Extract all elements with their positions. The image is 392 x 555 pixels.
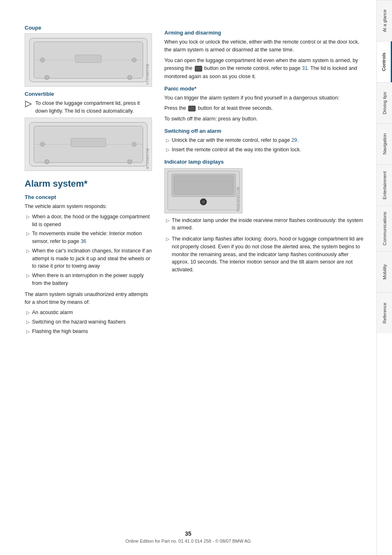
bullet-icon: ▷ (166, 217, 169, 224)
svg-point-23 (202, 200, 205, 204)
svg-point-5 (132, 58, 136, 62)
arming-section: Arming and disarming When you lock or un… (164, 30, 364, 81)
coupe-image-code: BC1081G1A (145, 64, 150, 85)
svg-point-15 (45, 160, 49, 164)
svg-rect-3 (75, 55, 101, 62)
indicator-section: Indicator lamp displays (164, 159, 364, 274)
page-footer: 35 Online Edition for Part no. 01 41 0 0… (0, 530, 376, 543)
panic-section: Panic mode* You can trigger the alarm sy… (164, 86, 364, 123)
bullet-icon: ▷ (26, 247, 30, 254)
svg-marker-8 (25, 101, 31, 107)
bullet-icon: ▷ (166, 146, 169, 153)
switch-off-title: Switching off an alarm (164, 128, 364, 134)
list-item: ▷ To movements inside the vehicle: Inter… (25, 230, 152, 245)
main-content: Coupe (0, 0, 376, 555)
list-item: ▷ The indicator lamp flashes after locki… (164, 235, 364, 274)
bullet-text: When there is an interruption in the pow… (32, 272, 152, 287)
arming-text2: You can open the luggage compartment lid… (164, 57, 364, 81)
bullet-icon: ▷ (166, 137, 169, 144)
bullet-text: Unlock the car with the remote control, … (172, 136, 299, 144)
bullet-icon: ▷ (26, 213, 30, 220)
convertible-image: BC1081G1B (25, 118, 152, 171)
arming-text1: When you lock or unlock the vehicle, eit… (164, 38, 364, 54)
signals-intro: The alarm system signals unauthorized en… (25, 291, 152, 307)
coupe-label: Coupe (25, 25, 152, 31)
convertible-text: To close the luggage compartment lid, pr… (35, 99, 152, 115)
bullet-icon: ▷ (166, 236, 169, 243)
list-item: ▷ When the car's inclination changes, fo… (25, 247, 152, 270)
alarm-system-title: Alarm system* (25, 178, 152, 189)
concept-title: The concept (25, 194, 152, 200)
bullet-text: The indicator lamp flashes after locking… (172, 235, 364, 274)
bullet-text: When the car's inclination changes, for … (32, 247, 152, 270)
sidebar: At a glance Controls Driving tips Naviga… (376, 0, 392, 555)
right-column: Arming and disarming When you lock or un… (164, 25, 364, 543)
convertible-section: Convertible To close the luggage compart… (25, 91, 152, 171)
left-column: Coupe (25, 25, 152, 543)
list-item: ▷ Unlock the car with the remote control… (164, 136, 364, 144)
list-item: ▷ When there is an interruption in the p… (25, 272, 152, 287)
svg-point-16 (128, 160, 132, 164)
convertible-description: To close the luggage compartment lid, pr… (25, 99, 152, 115)
sidebar-tab-reference[interactable]: Reference (377, 292, 392, 333)
concept-intro: The vehicle alarm system responds: (25, 203, 152, 210)
bullet-text: When a door, the hood or the luggage com… (32, 213, 152, 229)
bullet-text: To movements inside the vehicle: Interio… (32, 230, 152, 245)
svg-point-4 (40, 58, 45, 62)
sidebar-tab-at-a-glance[interactable]: At a glance (377, 0, 392, 41)
indicator-title: Indicator lamp displays (164, 159, 364, 165)
coupe-image: BC1081G1A (25, 33, 152, 87)
list-item: ▷ Insert the remote control all the way … (164, 146, 364, 154)
sidebar-tab-controls[interactable]: Controls (377, 41, 392, 82)
play-triangle-icon (25, 100, 32, 108)
bullet-text: Switching on the hazard warning flashers (32, 318, 126, 326)
alarm-system-section: Alarm system* The concept The vehicle al… (25, 178, 152, 335)
footer-text: Online Edition for Part no. 01 41 0 014 … (0, 539, 376, 543)
page-container: Coupe (0, 0, 392, 555)
switch-off-section: Switching off an alarm ▷ Unlock the car … (164, 128, 364, 154)
page-link-29[interactable]: 29 (291, 137, 297, 143)
svg-rect-12 (71, 138, 106, 147)
svg-point-6 (45, 75, 49, 80)
bullet-text: An acoustic alarm (32, 309, 73, 317)
bullet-text: Flashing the high beams (32, 328, 88, 335)
bullet-text: The indicator lamp under the inside rear… (172, 217, 364, 232)
panic-text1: You can trigger the alarm system if you … (164, 94, 364, 102)
arming-title: Arming and disarming (164, 30, 364, 36)
list-item: ▷ An acoustic alarm (25, 309, 152, 317)
list-item: ▷ When a door, the hood or the luggage c… (25, 213, 152, 229)
panic-title: Panic mode* (164, 86, 364, 92)
indicator-image-code: BC1181E1PA6 (236, 187, 240, 212)
bullet-icon: ▷ (26, 230, 30, 237)
list-item: ▷ The indicator lamp under the inside re… (164, 217, 364, 232)
page-link-36[interactable]: 36 (81, 238, 86, 244)
bullet-icon: ▷ (26, 272, 30, 279)
signals-bullets: ▷ An acoustic alarm ▷ Switching on the h… (25, 309, 152, 335)
svg-point-7 (128, 75, 132, 80)
bullet-icon: ▷ (26, 319, 30, 326)
sidebar-tab-entertainment[interactable]: Entertainment (377, 164, 392, 206)
page-link-31[interactable]: 31 (302, 65, 308, 71)
panic-text3: To switch off the alarm: press any butto… (164, 115, 364, 123)
indicator-image: BC1181E1PA6 (164, 168, 242, 213)
concept-bullets: ▷ When a door, the hood or the luggage c… (25, 213, 152, 287)
svg-point-13 (40, 142, 45, 146)
svg-rect-19 (174, 176, 233, 194)
sidebar-tab-communications[interactable]: Communications (377, 206, 392, 251)
panic-button-icon (188, 106, 196, 111)
sidebar-tab-driving-tips[interactable]: Driving tips (377, 82, 392, 123)
convertible-label: Convertible (25, 91, 152, 97)
page-number: 35 (0, 530, 376, 537)
remote-button-icon (195, 66, 202, 72)
bullet-icon: ▷ (26, 328, 30, 335)
convertible-image-code: BC1081G1B (145, 148, 150, 169)
list-item: ▷ Switching on the hazard warning flashe… (25, 318, 152, 326)
bullet-text: Insert the remote control all the way in… (172, 146, 301, 154)
coupe-section: Coupe (25, 25, 152, 87)
bullet-icon: ▷ (26, 309, 30, 316)
sidebar-tab-navigation[interactable]: Navigation (377, 123, 392, 164)
panic-text2: Press the button for at least three seco… (164, 104, 364, 112)
svg-point-14 (132, 142, 136, 146)
sidebar-tab-mobility[interactable]: Mobility (377, 251, 392, 292)
list-item: ▷ Flashing the high beams (25, 328, 152, 335)
